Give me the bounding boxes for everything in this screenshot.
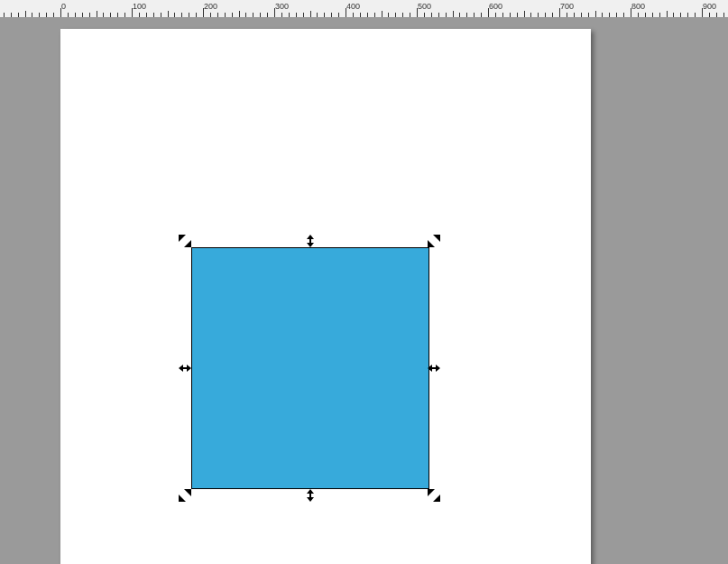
ruler-tick-minor: [716, 13, 717, 17]
ruler-tick-minor: [117, 13, 118, 17]
ruler-tick-minor: [510, 13, 511, 17]
ruler-tick-minor: [395, 13, 396, 17]
ruler-tick-minor: [189, 13, 189, 17]
ruler-tick-minor: [567, 13, 567, 17]
svg-marker-3: [433, 235, 440, 242]
resize-handle-n[interactable]: [304, 235, 317, 247]
ruler-tick-minor: [253, 13, 253, 17]
ruler-tick-minor: [524, 11, 525, 17]
ruler-horizontal[interactable]: 000100200300400500600700800900: [0, 0, 728, 18]
ruler-tick-minor: [353, 13, 354, 17]
ruler-tick-minor: [289, 13, 290, 17]
ruler-label: 700: [560, 2, 574, 11]
ruler-tick-minor: [232, 13, 233, 17]
resize-handle-e[interactable]: [428, 362, 440, 374]
workspace[interactable]: [0, 18, 728, 564]
svg-marker-5: [179, 365, 191, 372]
ruler-tick-minor: [310, 11, 311, 17]
ruler-tick-minor: [46, 13, 47, 17]
ruler-tick-major: [702, 8, 703, 17]
ruler-tick-minor: [324, 13, 325, 17]
ruler-label: 900: [703, 2, 716, 11]
ruler-tick-minor: [139, 13, 140, 17]
ruler-tick-minor: [239, 11, 240, 17]
ruler-tick-minor: [659, 13, 660, 17]
ruler-tick-minor: [260, 13, 261, 17]
ruler-tick-minor: [453, 11, 454, 17]
resize-handle-s[interactable]: [304, 489, 317, 502]
svg-marker-6: [428, 365, 440, 372]
ruler-tick-minor: [502, 13, 503, 17]
ruler-tick-minor: [530, 13, 531, 17]
ruler-tick-minor: [53, 13, 54, 17]
resize-handle-se[interactable]: [428, 489, 440, 502]
ruler-label: 800: [631, 2, 645, 11]
ruler-tick-minor: [303, 13, 304, 17]
ruler-tick-minor: [402, 13, 403, 17]
ruler-tick-minor: [103, 13, 104, 17]
ruler-tick-major: [559, 8, 560, 17]
ruler-tick-minor: [446, 13, 447, 17]
resize-handle-nw[interactable]: [179, 235, 191, 247]
svg-marker-0: [179, 235, 186, 242]
ruler-tick-minor: [438, 13, 439, 17]
resize-handle-sw[interactable]: [179, 489, 191, 502]
svg-marker-4: [428, 240, 435, 247]
ruler-tick-minor: [11, 13, 12, 17]
ruler-tick-major: [203, 8, 204, 17]
ruler-tick-minor: [75, 13, 76, 17]
ruler-tick-minor: [638, 13, 639, 17]
ruler-tick-minor: [595, 11, 596, 17]
ruler-tick-minor: [360, 13, 361, 17]
resize-handle-w[interactable]: [179, 362, 191, 374]
ruler-tick-minor: [68, 13, 69, 17]
ruler-tick-minor: [32, 13, 32, 17]
svg-marker-8: [184, 489, 191, 496]
ruler-tick-minor: [89, 13, 90, 17]
ruler-tick-major: [346, 8, 346, 17]
ruler-tick-minor: [474, 13, 475, 17]
ruler-tick-major: [631, 8, 631, 17]
ruler-label: 500: [418, 2, 431, 11]
svg-marker-11: [428, 489, 435, 496]
ruler-tick-major: [488, 8, 489, 17]
ruler-tick-minor: [18, 13, 19, 17]
ruler-tick-minor: [517, 13, 518, 17]
svg-marker-1: [184, 240, 191, 247]
ruler-tick-minor: [296, 13, 297, 17]
ruler-tick-minor: [153, 13, 154, 17]
ruler-tick-minor: [25, 11, 26, 17]
ruler-tick-minor: [410, 13, 410, 17]
resize-handle-ne[interactable]: [428, 235, 440, 247]
ruler-tick-minor: [673, 13, 674, 17]
ruler-label: 200: [204, 2, 217, 11]
ruler-tick-minor: [281, 13, 282, 17]
ruler-label: 300: [275, 2, 289, 11]
ruler-label: 100: [133, 2, 146, 11]
ruler-tick-minor: [217, 13, 218, 17]
ruler-tick-minor: [168, 11, 169, 17]
ruler-tick-minor: [388, 13, 389, 17]
ruler-tick-minor: [588, 13, 589, 17]
ruler-label: 0: [61, 2, 66, 11]
ruler-tick-minor: [609, 13, 610, 17]
ruler-tick-minor: [645, 13, 646, 17]
ruler-tick-major: [417, 8, 418, 17]
ruler-tick-minor: [667, 11, 668, 17]
ruler-tick-minor: [424, 13, 425, 17]
ruler-tick-minor: [581, 13, 582, 17]
ruler-tick-minor: [695, 13, 696, 17]
ruler-tick-minor: [174, 13, 175, 17]
ruler-tick-minor: [338, 13, 339, 17]
svg-marker-10: [433, 495, 440, 502]
selected-rectangle[interactable]: [191, 247, 429, 489]
ruler-tick-minor: [146, 13, 147, 17]
ruler-tick-minor: [431, 13, 432, 17]
ruler-tick-minor: [210, 13, 211, 17]
ruler-tick-minor: [317, 13, 318, 17]
ruler-tick-minor: [382, 11, 382, 17]
ruler-tick-minor: [267, 13, 268, 17]
ruler-tick-minor: [687, 13, 688, 17]
ruler-tick-minor: [181, 13, 182, 17]
ruler-tick-minor: [709, 13, 710, 17]
